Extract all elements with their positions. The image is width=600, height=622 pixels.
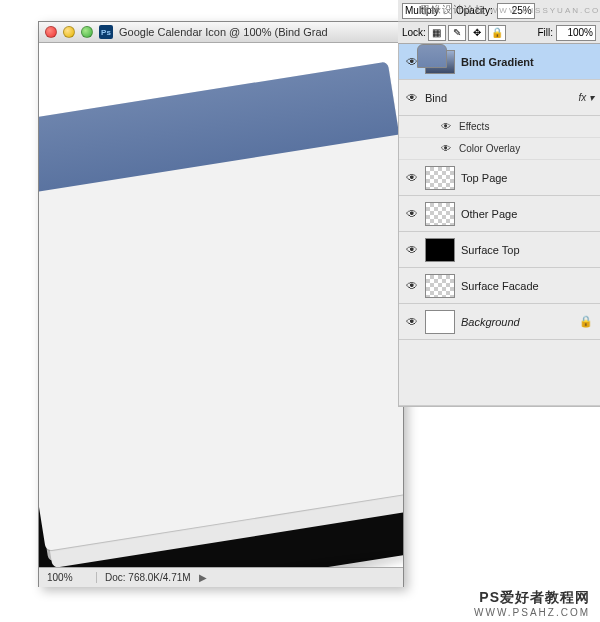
layer-row-top-page[interactable]: 👁 Top Page: [399, 160, 600, 196]
layer-thumb: [417, 44, 447, 68]
lock-label: Lock:: [402, 27, 426, 38]
close-button[interactable]: [45, 26, 57, 38]
watermark-bottom-line2: WWW.PSAHZ.COM: [474, 607, 590, 618]
effects-row[interactable]: 👁 Effects: [399, 116, 600, 138]
document-title: Google Calendar Icon @ 100% (Bind Grad: [119, 26, 328, 38]
layer-thumb: [425, 274, 455, 298]
layer-name: Top Page: [461, 172, 594, 184]
layer-thumb: [425, 166, 455, 190]
fill-label: Fill:: [537, 27, 553, 38]
visibility-icon[interactable]: 👁: [405, 243, 419, 257]
layer-name: Bind: [425, 92, 564, 104]
layer-name: Other Page: [461, 208, 594, 220]
visibility-icon[interactable]: 👁: [405, 315, 419, 329]
artwork: [39, 63, 403, 567]
fill-input[interactable]: [556, 25, 596, 41]
minimize-button[interactable]: [63, 26, 75, 38]
canvas[interactable]: [39, 43, 403, 567]
layer-thumb: [425, 202, 455, 226]
watermark-bottom: PS爱好者教程网 WWW.PSAHZ.COM: [474, 589, 590, 618]
layer-row-bind[interactable]: 👁 Bind fx ▾: [399, 80, 600, 116]
visibility-icon[interactable]: 👁: [405, 171, 419, 185]
layers-panel: 👁 Bind Gradient 👁 Bind fx ▾ 👁 Effects 👁 …: [398, 44, 600, 407]
visibility-icon[interactable]: 👁: [405, 207, 419, 221]
lock-pixels-button[interactable]: ✎: [448, 25, 466, 41]
lock-transparent-button[interactable]: ▦: [428, 25, 446, 41]
zoom-level[interactable]: 100%: [47, 572, 97, 583]
effect-color-overlay[interactable]: 👁 Color Overlay: [399, 138, 600, 160]
lock-position-button[interactable]: ✥: [468, 25, 486, 41]
layer-row-surface-top[interactable]: 👁 Surface Top: [399, 232, 600, 268]
visibility-icon[interactable]: 👁: [405, 279, 419, 293]
zoom-button[interactable]: [81, 26, 93, 38]
traffic-lights: [45, 26, 93, 38]
layer-row-surface-facade[interactable]: 👁 Surface Facade: [399, 268, 600, 304]
lock-all-button[interactable]: 🔒: [488, 25, 506, 41]
doc-info: Doc: 768.0K/4.71M: [105, 572, 191, 583]
layer-row-background[interactable]: 👁 Background 🔒: [399, 304, 600, 340]
watermark-bottom-line1: PS爱好者教程网: [474, 589, 590, 607]
status-bar: 100% Doc: 768.0K/4.71M ▶: [39, 567, 403, 587]
layer-name: Surface Top: [461, 244, 594, 256]
effects-label: Effects: [459, 121, 489, 132]
watermark-top: 思缘设计论坛 WWW.MISSYUAN.COM: [420, 3, 600, 17]
layer-thumb: [425, 310, 455, 334]
visibility-icon[interactable]: 👁: [405, 91, 419, 105]
layer-thumb: [425, 238, 455, 262]
document-window: Ps Google Calendar Icon @ 100% (Bind Gra…: [38, 21, 404, 587]
ps-icon: Ps: [99, 25, 113, 39]
watermark-top-line1: 思缘设计论坛: [420, 4, 486, 15]
watermark-top-line2: WWW.MISSYUAN.COM: [490, 6, 600, 15]
lock-bar: Lock: ▦ ✎ ✥ 🔒 Fill:: [398, 22, 600, 44]
layer-name: Surface Facade: [461, 280, 594, 292]
statusbar-chevron-icon[interactable]: ▶: [199, 572, 207, 583]
titlebar[interactable]: Ps Google Calendar Icon @ 100% (Bind Gra…: [39, 22, 403, 43]
visibility-icon[interactable]: 👁: [439, 121, 453, 132]
layer-name: Background: [461, 316, 572, 328]
layer-row-other-page[interactable]: 👁 Other Page: [399, 196, 600, 232]
layer-name: Bind Gradient: [461, 56, 594, 68]
lock-icon: 🔒: [578, 315, 594, 328]
layers-empty-area: [399, 340, 600, 406]
fx-badge[interactable]: fx ▾: [570, 92, 594, 103]
effect-name: Color Overlay: [459, 143, 520, 154]
visibility-icon[interactable]: 👁: [439, 143, 453, 154]
